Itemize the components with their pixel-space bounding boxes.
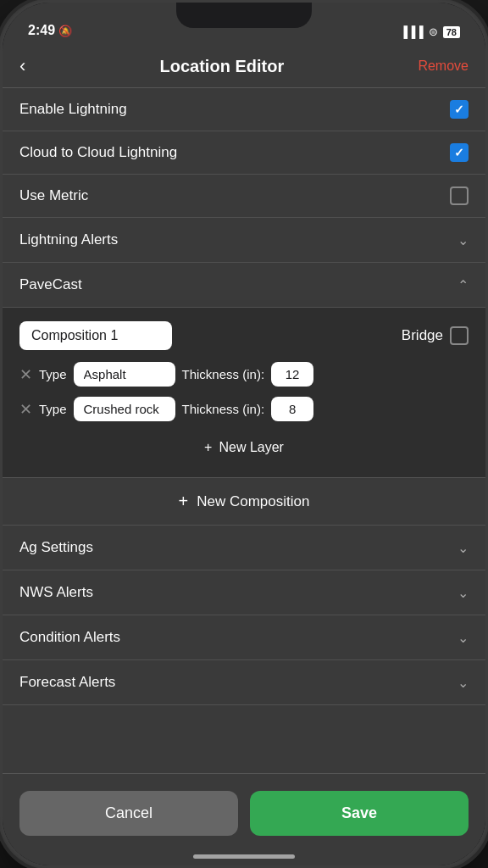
status-icons: ▐▐▐ ⊜ 78 xyxy=(400,25,460,38)
new-composition-button[interactable]: + New Composition xyxy=(3,478,485,526)
bridge-row: Bridge xyxy=(402,326,469,345)
pavecast-label: PaveCast xyxy=(19,276,82,293)
layer-2-thickness-label: Thickness (in): xyxy=(182,402,265,416)
pavecast-header[interactable]: PaveCast ⌃ xyxy=(3,263,485,308)
new-layer-plus-icon: + xyxy=(204,440,212,455)
enable-lightning-checkbox[interactable] xyxy=(450,100,469,119)
layer-1-type-input[interactable] xyxy=(74,362,175,387)
use-metric-checkbox[interactable] xyxy=(450,186,469,205)
pavecast-chevron: ⌃ xyxy=(458,277,469,293)
bottom-actions: Cancel Save xyxy=(3,773,485,853)
ag-settings-chevron: ⌄ xyxy=(458,540,469,556)
battery-icon: 78 xyxy=(443,26,460,38)
layer-2-remove-button[interactable]: ✕ xyxy=(19,400,32,419)
spacer xyxy=(3,705,485,773)
forecast-alerts-row[interactable]: Forecast Alerts ⌄ xyxy=(3,660,485,705)
notch xyxy=(176,3,312,28)
use-metric-row[interactable]: Use Metric xyxy=(3,175,485,218)
nws-alerts-row[interactable]: NWS Alerts ⌄ xyxy=(3,570,485,615)
screen: ‹ Location Editor Remove Enable Lightnin… xyxy=(3,45,485,865)
remove-button[interactable]: Remove xyxy=(418,58,469,74)
new-composition-label: New Composition xyxy=(197,493,309,510)
composition-header: Bridge xyxy=(19,321,469,350)
use-metric-label: Use Metric xyxy=(19,187,88,204)
ag-settings-row[interactable]: Ag Settings ⌄ xyxy=(3,526,485,570)
cloud-lightning-checkbox[interactable] xyxy=(450,143,469,162)
phone-inner: 2:49 🔕 ▐▐▐ ⊜ 78 ‹ Location Editor Remove xyxy=(3,3,485,865)
enable-lightning-row[interactable]: Enable Lightning xyxy=(3,88,485,131)
ag-settings-label: Ag Settings xyxy=(19,539,93,556)
silent-icon: 🔕 xyxy=(58,25,72,37)
composition-box: Bridge ✕ Type Thickness (in): xyxy=(3,308,485,478)
layer-1-remove-button[interactable]: ✕ xyxy=(19,365,32,384)
phone-frame: 2:49 🔕 ▐▐▐ ⊜ 78 ‹ Location Editor Remove xyxy=(0,0,488,868)
settings-section: Enable Lightning Cloud to Cloud Lightnin… xyxy=(3,88,485,773)
back-button[interactable]: ‹ xyxy=(19,55,25,77)
lightning-alerts-label: Lightning Alerts xyxy=(19,231,118,248)
layer-row-1: ✕ Type Thickness (in): xyxy=(19,362,469,387)
new-layer-button[interactable]: + New Layer xyxy=(19,431,469,464)
layer-2-type-label: Type xyxy=(39,402,67,416)
layer-1-thickness-input[interactable] xyxy=(271,362,313,387)
signal-icon: ▐▐▐ xyxy=(400,25,424,38)
layer-row-2: ✕ Type Thickness (in): xyxy=(19,397,469,421)
lightning-alerts-chevron: ⌄ xyxy=(458,232,469,248)
condition-alerts-row[interactable]: Condition Alerts ⌄ xyxy=(3,615,485,660)
nav-bar: ‹ Location Editor Remove xyxy=(3,45,485,88)
nws-alerts-chevron: ⌄ xyxy=(458,585,469,601)
page-title: Location Editor xyxy=(160,57,285,76)
condition-alerts-chevron: ⌄ xyxy=(458,630,469,646)
bridge-label: Bridge xyxy=(402,327,443,344)
layer-2-type-input[interactable] xyxy=(74,397,175,421)
cancel-button[interactable]: Cancel xyxy=(19,791,238,836)
layer-1-thickness-label: Thickness (in): xyxy=(182,367,265,381)
bridge-checkbox[interactable] xyxy=(450,326,469,345)
home-indicator xyxy=(193,854,295,859)
status-time: 2:49 🔕 xyxy=(28,23,72,38)
forecast-alerts-chevron: ⌄ xyxy=(458,675,469,691)
composition-name-input[interactable] xyxy=(19,321,172,350)
nws-alerts-label: NWS Alerts xyxy=(19,584,93,601)
cloud-lightning-label: Cloud to Cloud Lightning xyxy=(19,144,177,161)
time-display: 2:49 xyxy=(28,23,55,38)
forecast-alerts-label: Forecast Alerts xyxy=(19,674,115,691)
layer-2-thickness-input[interactable] xyxy=(271,397,313,421)
cloud-lightning-row[interactable]: Cloud to Cloud Lightning xyxy=(3,131,485,175)
enable-lightning-label: Enable Lightning xyxy=(19,101,127,118)
lightning-alerts-row[interactable]: Lightning Alerts ⌄ xyxy=(3,218,485,263)
condition-alerts-label: Condition Alerts xyxy=(19,629,120,646)
wifi-icon: ⊜ xyxy=(429,25,438,38)
layer-1-type-label: Type xyxy=(39,367,67,381)
new-layer-label: New Layer xyxy=(219,440,283,455)
save-button[interactable]: Save xyxy=(250,791,469,836)
new-composition-plus-icon: + xyxy=(179,492,189,511)
